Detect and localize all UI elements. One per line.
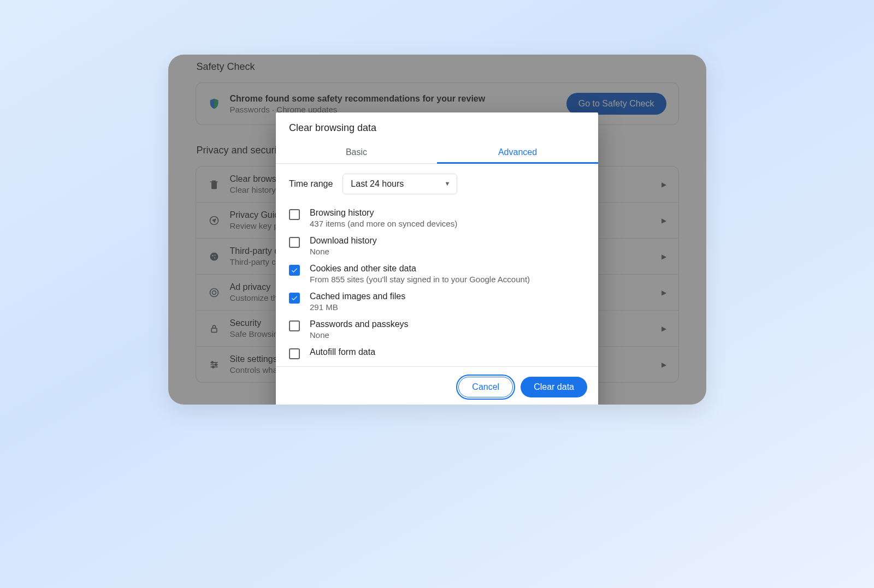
clear-browsing-data-dialog: Clear browsing data Basic Advanced Time … [276,112,598,405]
option-title: Cached images and files [310,292,405,301]
clear-option[interactable]: Passwords and passkeysNone [289,316,585,343]
time-range-value: Last 24 hours [351,179,404,188]
checkbox[interactable] [289,265,300,276]
option-title: Download history [310,236,377,246]
option-subtitle: None [310,247,377,256]
clear-option[interactable]: Cookies and other site dataFrom 855 site… [289,260,585,288]
dialog-tabs: Basic Advanced [276,142,598,164]
settings-window: Safety Check Chrome found some safety re… [168,55,706,405]
option-subtitle: From 855 sites (you'll stay signed in to… [310,275,530,284]
option-subtitle: None [310,330,409,340]
option-title: Passwords and passkeys [310,319,409,329]
time-range-select[interactable]: Last 24 hours ▼ [342,174,457,194]
tab-advanced[interactable]: Advanced [437,142,598,163]
clear-option[interactable]: Browsing history437 items (and more on s… [289,204,585,232]
modal-scrim[interactable]: Clear browsing data Basic Advanced Time … [168,55,706,405]
checkbox[interactable] [289,348,300,359]
option-title: Cookies and other site data [310,264,530,274]
chevron-down-icon: ▼ [444,180,450,187]
clear-option[interactable]: Download historyNone [289,232,585,260]
option-subtitle: 291 MB [310,302,405,312]
option-subtitle: 437 items (and more on synced devices) [310,219,457,228]
checkbox[interactable] [289,320,300,331]
checkbox[interactable] [289,209,300,220]
clear-option[interactable]: Autofill form data [289,343,585,363]
dialog-title: Clear browsing data [276,112,598,142]
checkbox[interactable] [289,293,300,304]
clear-option[interactable]: Cached images and files291 MB [289,288,585,316]
time-range-label: Time range [289,179,333,189]
option-title: Browsing history [310,208,457,218]
cancel-button[interactable]: Cancel [458,377,513,397]
checkbox[interactable] [289,237,300,248]
option-title: Autofill form data [310,347,375,357]
clear-data-button[interactable]: Clear data [521,377,587,397]
tab-basic[interactable]: Basic [276,142,437,163]
